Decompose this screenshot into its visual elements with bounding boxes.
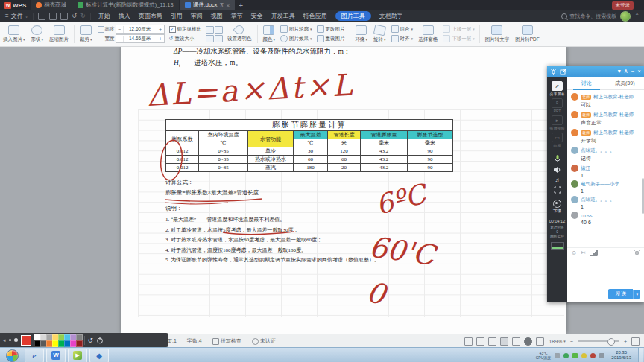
tray-icon-gray[interactable] [599, 353, 604, 358]
menu-picture-tools-active[interactable]: 图片工具 [335, 11, 371, 21]
send-options-icon[interactable]: ▾ [633, 290, 640, 299]
classroom-panel-header[interactable]: ▾ ⊼ − × [547, 66, 644, 77]
zoom-in-button[interactable]: + [624, 339, 627, 344]
ppt-button[interactable]: P PPT [552, 98, 563, 113]
width-decrease-button[interactable]: − [116, 36, 123, 42]
fullscreen-view-icon[interactable] [464, 337, 473, 346]
ink-mode-icon[interactable] [488, 337, 496, 346]
zoom-level[interactable]: 189%▾ [549, 339, 565, 344]
menu-doc-assistant[interactable]: 文档助手 [379, 12, 403, 20]
taskbar-classroom-app[interactable]: ◆ [89, 349, 109, 362]
pin-icon[interactable]: ⊼ [624, 68, 628, 75]
eye-protect-icon[interactable] [524, 337, 532, 346]
collapse-toolbar-icon[interactable]: ◂ [3, 337, 6, 343]
menu-security[interactable]: 安全 [251, 12, 263, 20]
picture-outline-button[interactable]: 图片轮廓▾ [280, 25, 312, 34]
pin-icon[interactable]: ⊼ [220, 2, 224, 9]
message-list[interactable]: 老师树上鸟教育-杜老师 可以 老师树上鸟教育-杜老师 声音正常 老师树上鸟教育-… [567, 90, 644, 247]
exit-ink-icon[interactable] [96, 337, 104, 344]
change-picture-button[interactable]: 更改图片 [317, 25, 345, 34]
screenshot-icon[interactable]: ✂ [581, 250, 586, 256]
menu-special-apps[interactable]: 特色应用 [303, 12, 327, 20]
gear-icon[interactable] [550, 69, 557, 75]
command-search[interactable]: 查找命令、搜索模板 [561, 13, 616, 20]
color-button[interactable]: 颜色▾ [260, 25, 279, 43]
share-screen-button[interactable]: ➚ 分享屏幕 [550, 81, 565, 96]
emoji-icon[interactable]: ☺ [571, 250, 577, 256]
compress-picture-button[interactable]: 压缩图片 [46, 25, 72, 43]
collapse-ribbon-icon[interactable]: ⌃ [634, 13, 640, 19]
send-backward-button[interactable]: 下移一层▾ [443, 35, 475, 43]
print-icon[interactable] [49, 13, 57, 20]
width-value[interactable]: 14.65厘米 [123, 36, 157, 42]
zoom-slider[interactable] [578, 340, 619, 342]
tab-discussion[interactable]: 讨论 [567, 80, 606, 87]
play-video-button[interactable]: ▸ 播放视频 [550, 115, 565, 130]
group-button[interactable]: 组合▾ [391, 25, 414, 34]
tab-members[interactable]: 成员(39) [606, 80, 644, 87]
rotate-button[interactable]: 旋转▾ [370, 25, 389, 43]
selection-pane-button[interactable]: 选择窗格 [415, 25, 441, 43]
tab-docer-store[interactable]: 稻壳商城 [31, 0, 72, 10]
reset-picture-button[interactable]: 重设图片 [317, 35, 345, 43]
pen-size-large[interactable] [14, 338, 18, 342]
image-icon[interactable] [590, 250, 598, 256]
start-button[interactable] [6, 349, 19, 362]
outline-view-icon[interactable] [476, 337, 484, 346]
expansion-table[interactable]: 膨胀节膨胀量计算 膨胀系数 室内环境温度 水管功能 最大温差 管道长度 管道膨胀… [165, 119, 453, 172]
tray-icon-shield[interactable] [581, 353, 587, 358]
chat-settings-icon[interactable] [634, 250, 640, 256]
set-transparent-color-button[interactable]: 设置透明色 [224, 25, 255, 42]
chat-input[interactable] [567, 258, 644, 286]
current-ink-color[interactable] [21, 335, 31, 346]
taskbar-clock[interactable]: 20:35 2019/6/13 [611, 350, 631, 361]
minimize-icon[interactable]: − [631, 68, 635, 75]
tray-icon-hidden[interactable] [555, 353, 560, 358]
insert-picture-button[interactable]: 插入图片▾ [0, 25, 28, 43]
height-increase-button[interactable]: + [157, 27, 164, 32]
wrap-button[interactable]: 环绕▾ [353, 25, 371, 43]
height-value[interactable]: 12.60厘米 [123, 26, 157, 33]
close-icon[interactable]: × [637, 68, 641, 75]
end-class-button[interactable]: 下课 [553, 200, 561, 214]
whiteboard-button[interactable]: ▭ 白板 [552, 133, 563, 147]
music-icon[interactable]: ♫ [555, 177, 560, 183]
zoom-slider-knob[interactable] [607, 338, 615, 346]
ink-color-palette[interactable] [34, 334, 81, 346]
tray-icon-red[interactable] [590, 353, 596, 358]
menu-insert[interactable]: 插入 [119, 12, 130, 20]
wps-logo[interactable]: W WPS [0, 0, 31, 10]
tray-icon-share[interactable] [572, 353, 578, 358]
send-button[interactable]: 发送 [608, 289, 633, 299]
reset-size-button[interactable]: ↺ 重设大小 [169, 35, 202, 43]
flip-horizontal-icon[interactable] [206, 35, 214, 42]
fit-page-icon[interactable] [631, 337, 640, 346]
picture-to-pdf-button[interactable]: 图片转PDF [512, 25, 543, 43]
user-avatar[interactable] [620, 11, 631, 22]
crop-button[interactable]: 裁剪▾ [77, 25, 95, 43]
tab-calc-doc[interactable]: 标准计算书(新防烟数据规范)_11.13 [72, 0, 178, 10]
undo-ink-icon[interactable]: ↺ [88, 337, 94, 344]
lock-aspect-ratio-checkbox[interactable]: ✓ 锁定纵横比 [169, 25, 202, 34]
menu-view[interactable]: 视图 [211, 12, 223, 20]
picture-to-text-button[interactable]: 图片转文字 [482, 25, 513, 43]
tray-icon-green[interactable] [564, 353, 569, 358]
taskbar-wps[interactable]: W [46, 349, 66, 362]
preview-icon[interactable] [60, 13, 68, 20]
flip-vertical-icon[interactable] [215, 35, 223, 42]
tab-courseware-doc[interactable]: 课件.docx ⊼ × [180, 0, 235, 10]
menu-dev-tools[interactable]: 开发工具 [271, 12, 295, 20]
word-count[interactable]: 字数:4 [187, 337, 202, 345]
share-window-icon[interactable] [560, 69, 566, 75]
tab-close-icon[interactable]: × [226, 2, 230, 9]
cert-status[interactable]: 未认证 [252, 337, 276, 345]
fullscreen-icon[interactable] [554, 186, 561, 194]
picture-effects-button[interactable]: 图片效果▾ [280, 35, 312, 43]
file-menu[interactable]: ≡ 文件 ∨ [0, 12, 33, 20]
pen-size-small[interactable] [9, 339, 11, 341]
height-decrease-button[interactable]: − [116, 27, 123, 32]
rotate-left-icon[interactable] [206, 26, 214, 34]
night-mode-icon[interactable] [536, 337, 544, 346]
undo-icon[interactable]: ↺ [72, 13, 77, 19]
bring-forward-button[interactable]: 上移一层▾ [443, 25, 475, 34]
